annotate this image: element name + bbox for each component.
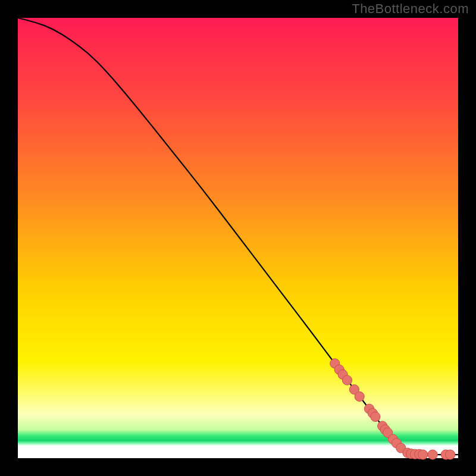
data-point bbox=[428, 450, 437, 459]
data-point bbox=[418, 450, 428, 459]
data-markers bbox=[330, 359, 455, 459]
plot-area bbox=[18, 18, 458, 458]
bottleneck-curve bbox=[18, 18, 458, 455]
data-point bbox=[355, 392, 364, 401]
chart-stage: TheBottleneck.com bbox=[0, 0, 476, 476]
chart-overlay bbox=[18, 18, 458, 458]
watermark-text: TheBottleneck.com bbox=[352, 1, 469, 17]
data-point bbox=[446, 450, 455, 459]
data-point bbox=[371, 412, 380, 421]
data-point bbox=[342, 375, 352, 385]
